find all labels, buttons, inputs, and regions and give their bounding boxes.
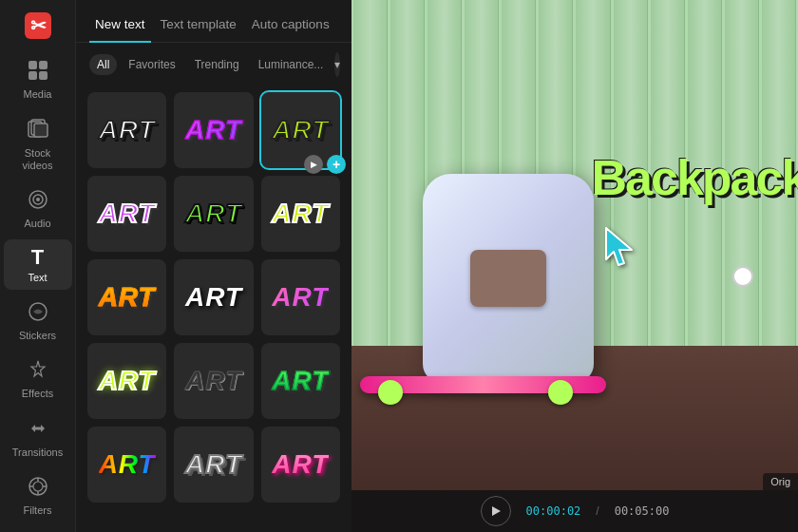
sidebar-item-filters-label: Filters <box>24 504 52 517</box>
svg-point-11 <box>36 198 40 201</box>
art-preview-12: ART <box>272 366 329 396</box>
svg-rect-3 <box>39 61 48 69</box>
tab-new-text[interactable]: New text <box>89 11 151 43</box>
orig-badge: Orig <box>763 473 798 490</box>
text-style-grid: ART ART ART ▶ + ART ART ART ART ART ART <box>76 85 352 532</box>
sidebar-item-stock-videos[interactable]: Stock videos <box>4 111 72 178</box>
wheel-left <box>378 380 403 405</box>
filter-all[interactable]: All <box>89 54 117 75</box>
art-preview-9: ART <box>272 282 329 313</box>
svg-rect-8 <box>34 124 48 137</box>
add-button[interactable]: + <box>327 155 346 174</box>
preview-button[interactable]: ▶ <box>304 155 323 174</box>
backpack <box>423 174 594 383</box>
text-style-7[interactable]: ART <box>87 259 166 335</box>
svg-rect-5 <box>39 71 48 80</box>
video-preview: Backpack Orig 00:00:02 / 00:05:00 <box>352 0 798 532</box>
sidebar-item-text[interactable]: T Text <box>4 239 72 290</box>
transitions-icon <box>28 418 48 443</box>
sidebar: ✂ Media Stock videos <box>0 0 76 532</box>
text-style-1[interactable]: ART <box>87 92 166 168</box>
total-time: 00:05:00 <box>615 504 670 518</box>
backpack-container <box>374 37 642 383</box>
filters-icon <box>28 476 48 501</box>
text-style-13[interactable]: ART <box>87 427 166 503</box>
panel-tab-bar: New text Text template Auto captions <box>76 0 352 43</box>
filter-row: All Favorites Trending Luminance... ▾ <box>76 43 352 85</box>
art-preview-1: ART <box>99 115 156 145</box>
text-icon: T <box>31 247 44 268</box>
text-style-8[interactable]: ART <box>174 259 253 335</box>
text-style-12[interactable]: ART <box>261 343 340 419</box>
sidebar-item-media[interactable]: Media <box>4 52 72 106</box>
stickers-icon <box>28 301 48 326</box>
sidebar-item-media-label: Media <box>24 88 52 101</box>
audio-icon <box>28 189 48 214</box>
sidebar-item-stock-label: Stock videos <box>23 147 53 172</box>
tab-auto-captions[interactable]: Auto captions <box>246 11 335 43</box>
stock-videos-icon <box>28 119 48 143</box>
sidebar-item-audio-label: Audio <box>24 218 50 230</box>
effects-icon <box>28 359 48 384</box>
art-preview-5: ART <box>185 199 242 229</box>
text-style-10[interactable]: ART <box>87 343 166 419</box>
wheel-right <box>548 380 573 405</box>
tab-text-template[interactable]: Text template <box>155 11 242 43</box>
sidebar-item-transitions[interactable]: Transitions <box>4 410 72 465</box>
art-preview-10: ART <box>99 366 156 396</box>
playback-bar: 00:00:02 / 00:05:00 <box>352 490 798 532</box>
sidebar-item-stickers[interactable]: Stickers <box>4 294 72 348</box>
art-preview-7: ART <box>99 282 156 313</box>
art-preview-4: ART <box>99 199 156 229</box>
text-style-15[interactable]: ART <box>261 427 340 503</box>
filter-favorites[interactable]: Favorites <box>121 54 182 75</box>
text-style-4[interactable]: ART <box>87 176 166 252</box>
art-preview-2: ART <box>185 115 242 145</box>
sidebar-item-effects-label: Effects <box>22 388 53 400</box>
text-overlay: Backpack <box>592 149 798 206</box>
art-preview-6: ART <box>272 199 329 229</box>
art-preview-3: ART <box>272 115 329 145</box>
filter-trending[interactable]: Trending <box>187 54 247 75</box>
text-style-5[interactable]: ART <box>174 176 253 252</box>
media-icon <box>28 60 48 85</box>
handle-dot[interactable] <box>732 266 753 287</box>
art-preview-14: ART <box>185 449 242 480</box>
art-preview-15: ART <box>272 449 329 480</box>
filter-luminance[interactable]: Luminance... <box>251 54 332 75</box>
art-preview-11: ART <box>185 366 242 396</box>
app-logo: ✂ <box>21 10 55 41</box>
text-style-14[interactable]: ART <box>174 427 253 503</box>
text-style-3[interactable]: ART ▶ + <box>261 92 340 168</box>
svg-marker-19 <box>492 506 501 516</box>
current-time: 00:00:02 <box>526 504 581 518</box>
svg-rect-2 <box>28 61 37 69</box>
text-style-2[interactable]: ART <box>174 92 253 168</box>
sidebar-item-filters[interactable]: Filters <box>4 468 72 522</box>
text-style-6[interactable]: ART <box>261 176 340 252</box>
text-panel: New text Text template Auto captions All… <box>76 0 352 532</box>
svg-text:✂: ✂ <box>29 15 46 36</box>
svg-point-14 <box>33 482 43 491</box>
text-style-11[interactable]: ART <box>174 343 253 419</box>
sidebar-item-text-label: Text <box>28 272 47 284</box>
text-style-9[interactable]: ART <box>261 259 340 335</box>
sidebar-item-effects[interactable]: Effects <box>4 352 72 406</box>
filter-dropdown[interactable]: ▾ <box>334 52 340 77</box>
art-preview-8: ART <box>185 282 242 313</box>
sidebar-item-transitions-label: Transitions <box>12 446 63 459</box>
svg-rect-4 <box>28 71 37 80</box>
sidebar-item-audio[interactable]: Audio <box>4 181 72 236</box>
play-button[interactable] <box>481 496 511 526</box>
art-preview-13: ART <box>99 449 156 480</box>
sidebar-item-stickers-label: Stickers <box>19 330 56 342</box>
